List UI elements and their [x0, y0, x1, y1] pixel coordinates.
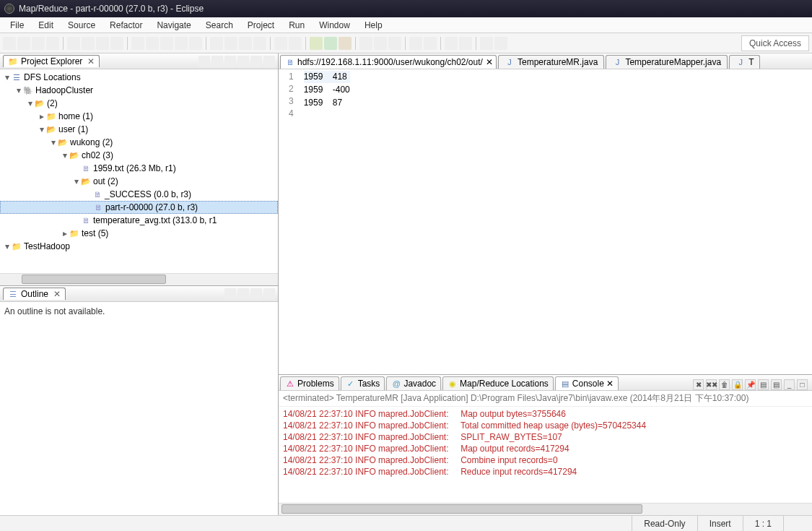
close-icon[interactable]: ✕	[53, 289, 61, 299]
remove-all-button[interactable]: ✖✖	[706, 379, 717, 390]
new-class-button[interactable]	[253, 37, 266, 50]
step-into-button[interactable]	[131, 37, 144, 50]
run-button[interactable]	[324, 37, 337, 50]
close-icon[interactable]: ✕	[87, 56, 95, 66]
tree-root-folder[interactable]: ▾📂(2)	[0, 97, 278, 110]
open-console-button[interactable]: ▤	[771, 379, 782, 390]
project-tree[interactable]: ▾☰DFS Locations ▾🐘HadoopCluster ▾📂(2) ▸📁…	[0, 69, 278, 273]
collapse-all-button[interactable]	[198, 56, 210, 67]
editor-tab-hdfs[interactable]: 🗎hdfs://192.168.1.11:9000/user/wukong/ch…	[280, 55, 497, 69]
save-button[interactable]	[17, 37, 30, 50]
editor-tab-temperaturemr[interactable]: JTemperatureMR.java	[498, 55, 604, 69]
project-icon: 📁	[12, 241, 22, 251]
menu-help[interactable]: Help	[357, 19, 390, 32]
outline-menu-button[interactable]	[237, 288, 249, 300]
tree-ch02[interactable]: ▾📂ch02 (3)	[0, 149, 278, 162]
save-all-button[interactable]	[32, 37, 45, 50]
remove-launch-button[interactable]: ✖	[693, 379, 704, 390]
maximize-button[interactable]	[263, 56, 275, 67]
editor-tab-overflow[interactable]: JT	[729, 55, 760, 69]
tree-success[interactable]: 🗎_SUCCESS (0.0 b, r3)	[0, 188, 278, 201]
menu-navigate[interactable]: Navigate	[149, 19, 198, 32]
outline-tab[interactable]: ☰ Outline ✕	[3, 288, 66, 300]
tab-mapreduce-locations[interactable]: ◉Map/Reduce Locations	[442, 376, 554, 390]
tree-home[interactable]: ▸📁home (1)	[0, 110, 278, 123]
editor-body[interactable]: 1234 1959 4181959 -400 1959 87	[279, 69, 812, 374]
outline-focus-button[interactable]	[224, 288, 236, 300]
menu-edit[interactable]: Edit	[31, 19, 61, 32]
editor-code[interactable]: 1959 4181959 -400 1959 87	[298, 69, 356, 374]
new-project-button[interactable]	[359, 37, 372, 50]
tree-out[interactable]: ▾📂out (2)	[0, 175, 278, 188]
annotation-button[interactable]	[424, 37, 437, 50]
run-last-button[interactable]	[339, 37, 352, 50]
scrollbar-thumb[interactable]	[22, 275, 166, 284]
close-icon[interactable]: ✕	[606, 379, 614, 389]
suspend-button[interactable]	[82, 37, 95, 50]
console-output[interactable]: 14/08/21 22:37:10 INFO mapred.JobClient:…	[279, 407, 812, 503]
drop-to-frame-button[interactable]	[175, 37, 188, 50]
project-explorer-tab[interactable]: 📁 Project Explorer ✕	[3, 55, 100, 67]
print-button[interactable]	[46, 37, 59, 50]
step-filters-button[interactable]	[189, 37, 202, 50]
focus-button[interactable]	[224, 56, 236, 67]
menu-source[interactable]: Source	[61, 19, 102, 32]
prev-annotation-button[interactable]	[459, 37, 472, 50]
tree-part-r-00000[interactable]: 🗎part-r-00000 (27.0 b, r3)	[0, 201, 278, 214]
tree-user[interactable]: ▾📂user (1)	[0, 123, 278, 136]
tree-temperature-avg[interactable]: 🗎temperature_avg.txt (313.0 b, r1	[0, 214, 278, 227]
new-button[interactable]	[3, 37, 16, 50]
forward-button[interactable]	[494, 37, 507, 50]
console-scrollbar[interactable]	[279, 503, 812, 515]
menu-search[interactable]: Search	[198, 19, 240, 32]
new-package-button[interactable]	[239, 37, 252, 50]
back-button[interactable]	[480, 37, 493, 50]
quick-access[interactable]: Quick Access	[741, 35, 809, 51]
toggle-breadcrumb-button[interactable]	[289, 37, 302, 50]
tab-problems[interactable]: ⚠Problems	[280, 376, 339, 390]
open-type-button[interactable]	[274, 37, 287, 50]
tree-test[interactable]: ▸📁test (5)	[0, 227, 278, 240]
search-button[interactable]	[409, 37, 422, 50]
scrollbar-thumb[interactable]	[281, 504, 642, 514]
new-folder-button[interactable]	[374, 37, 387, 50]
minimize-button[interactable]	[250, 288, 262, 300]
close-icon[interactable]: ✕	[486, 57, 493, 67]
step-return-button[interactable]	[160, 37, 173, 50]
step-over-button[interactable]	[146, 37, 159, 50]
menu-run[interactable]: Run	[281, 19, 312, 32]
clear-console-button[interactable]: 🗑	[719, 379, 730, 390]
tree-hadoop-cluster[interactable]: ▾🐘HadoopCluster	[0, 84, 278, 97]
resume-button[interactable]	[67, 37, 80, 50]
maximize-button[interactable]: □	[797, 379, 808, 390]
menu-window[interactable]: Window	[312, 19, 357, 32]
link-editor-button[interactable]	[211, 56, 223, 67]
new-file-button[interactable]	[388, 37, 401, 50]
pin-console-button[interactable]: 📌	[745, 379, 756, 390]
terminate-button[interactable]	[96, 37, 109, 50]
tree-wukong[interactable]: ▾📂wukong (2)	[0, 136, 278, 149]
menu-refactor[interactable]: Refactor	[102, 19, 149, 32]
tree-1959-txt[interactable]: 🗎1959.txt (26.3 Mb, r1)	[0, 162, 278, 175]
build-button[interactable]	[210, 37, 223, 50]
tree-dfs-locations[interactable]: ▾☰DFS Locations	[0, 71, 278, 84]
tree-scrollbar[interactable]	[0, 273, 278, 285]
minimize-button[interactable]	[250, 56, 262, 67]
tree-testhadoop[interactable]: ▾📁TestHadoop	[0, 240, 278, 253]
display-console-button[interactable]: ▤	[758, 379, 769, 390]
editor-tab-temperaturemapper[interactable]: JTemperatureMapper.java	[606, 55, 728, 69]
debug-button[interactable]	[310, 37, 323, 50]
menu-project[interactable]: Project	[240, 19, 281, 32]
menu-file[interactable]: File	[3, 19, 31, 32]
disconnect-button[interactable]	[110, 37, 123, 50]
statusbar: Read-Only Insert 1 : 1	[0, 515, 812, 531]
maximize-button[interactable]	[263, 288, 275, 300]
next-annotation-button[interactable]	[445, 37, 458, 50]
tab-console[interactable]: ▤Console✕	[555, 376, 619, 390]
minimize-button[interactable]: _	[784, 379, 795, 390]
view-menu-button[interactable]	[237, 56, 249, 67]
tab-javadoc[interactable]: @Javadoc	[386, 376, 441, 390]
tab-tasks[interactable]: ✓Tasks	[341, 376, 385, 390]
new-java-button[interactable]	[224, 37, 237, 50]
scroll-lock-button[interactable]: 🔒	[732, 379, 743, 390]
